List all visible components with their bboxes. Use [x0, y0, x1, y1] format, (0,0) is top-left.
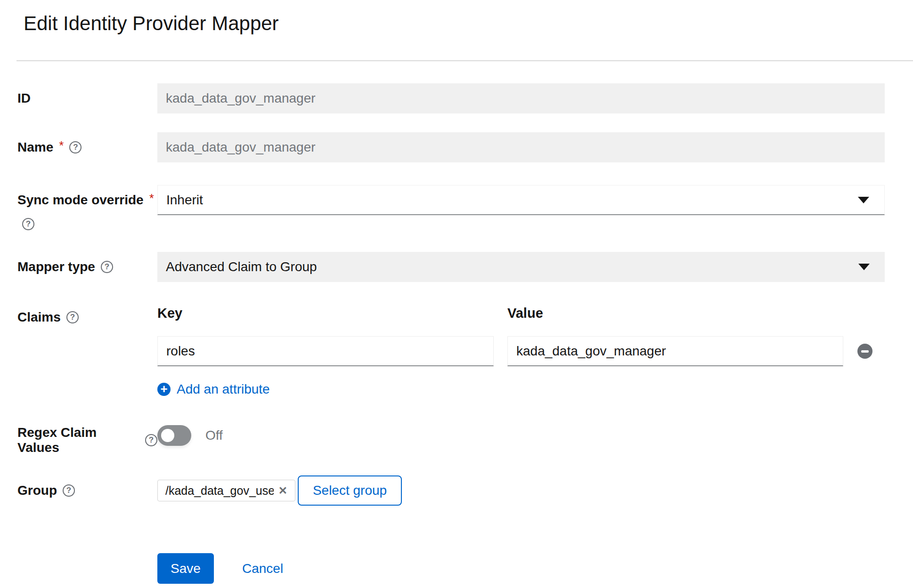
claim-value-input[interactable]: [507, 336, 843, 366]
field-row-group: Group ? /kada_data_gov_user… ✕ Select gr…: [17, 475, 885, 506]
sync-mode-override-label: Sync mode override: [17, 193, 144, 208]
save-button[interactable]: Save: [157, 553, 214, 584]
field-row-regex-claim-values: Regex Claim Values ? Off: [17, 425, 885, 455]
help-icon[interactable]: ?: [101, 261, 113, 273]
save-label: Save: [171, 561, 201, 576]
required-asterisk: *: [149, 191, 154, 206]
claim-key-input[interactable]: [157, 336, 494, 366]
claims-row: [157, 336, 885, 366]
toggle-handle: [161, 429, 174, 442]
add-attribute-label: Add an attribute: [177, 382, 270, 397]
id-label: ID: [17, 91, 31, 106]
toggle-state-label: Off: [205, 428, 223, 443]
field-row-claims: Claims ? Key Value + Add an attribute: [17, 306, 885, 397]
mapper-type-select: Advanced Claim to Group: [157, 252, 885, 282]
id-input: [157, 83, 885, 113]
claims-label: Claims: [17, 310, 61, 325]
selected-group-path: /kada_data_gov_user…: [165, 484, 274, 498]
header-divider: [16, 60, 913, 61]
sync-mode-override-select[interactable]: Inherit: [157, 185, 885, 215]
field-row-name: Name * ?: [17, 132, 885, 162]
claims-value-header: Value: [507, 306, 543, 321]
field-row-sync-mode-override: Sync mode override * ? Inherit: [17, 185, 885, 230]
select-group-label: Select group: [313, 483, 387, 498]
regex-claim-values-toggle[interactable]: [157, 425, 191, 446]
regex-claim-values-label: Regex Claim Values: [17, 425, 139, 455]
help-icon[interactable]: ?: [145, 434, 157, 446]
select-group-button[interactable]: Select group: [298, 475, 402, 506]
field-row-mapper-type: Mapper type ? Advanced Claim to Group: [17, 252, 885, 282]
close-icon: ✕: [278, 484, 287, 497]
plus-circle-icon: +: [157, 383, 171, 396]
selected-group-chip: /kada_data_gov_user… ✕: [157, 480, 295, 501]
claims-key-header: Key: [157, 306, 494, 321]
edit-mapper-form: ID Name * ? Sync mode override * ?: [0, 83, 913, 584]
chevron-down-icon: [858, 264, 870, 270]
cancel-button[interactable]: Cancel: [242, 561, 283, 576]
group-label: Group: [17, 483, 57, 498]
minus-icon: [861, 350, 869, 353]
form-actions: Save Cancel: [157, 553, 885, 584]
mapper-type-label: Mapper type: [17, 259, 95, 274]
help-icon[interactable]: ?: [63, 484, 75, 497]
field-row-id: ID: [17, 83, 885, 113]
chevron-down-icon: [858, 197, 869, 203]
help-icon[interactable]: ?: [66, 311, 79, 323]
name-input: [157, 132, 885, 162]
page-title: Edit Identity Provider Mapper: [24, 13, 913, 34]
remove-attribute-button[interactable]: [857, 344, 872, 359]
name-label: Name: [17, 140, 53, 155]
mapper-type-value: Advanced Claim to Group: [166, 259, 317, 274]
chip-remove-button[interactable]: ✕: [274, 485, 287, 496]
help-icon[interactable]: ?: [22, 218, 34, 230]
cancel-label: Cancel: [242, 561, 283, 576]
add-attribute-button[interactable]: + Add an attribute: [157, 382, 270, 397]
sync-mode-override-value: Inherit: [166, 193, 203, 208]
help-icon[interactable]: ?: [69, 141, 82, 153]
required-asterisk: *: [59, 138, 64, 153]
